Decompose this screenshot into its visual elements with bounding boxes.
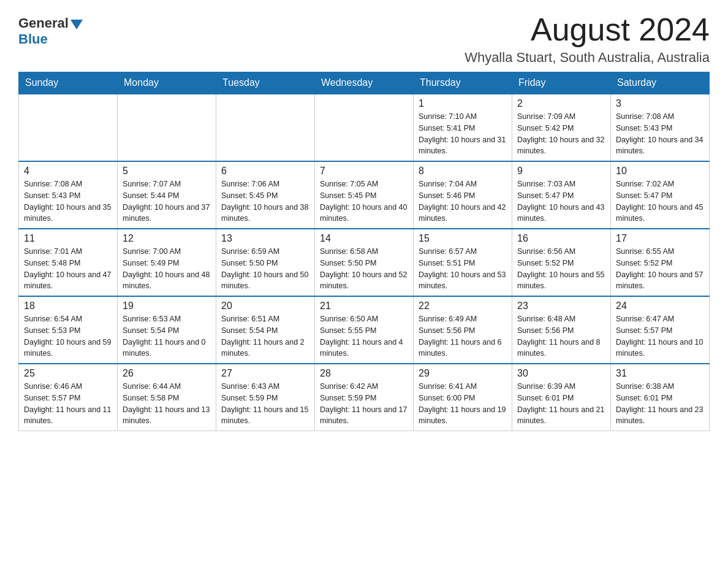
day-number: 4: [24, 166, 112, 177]
day-info: Sunrise: 7:08 AM Sunset: 5:43 PM Dayligh…: [616, 111, 704, 157]
day-info: Sunrise: 6:55 AM Sunset: 5:52 PM Dayligh…: [616, 246, 704, 292]
day-number: 11: [24, 233, 112, 244]
day-number: 5: [123, 166, 211, 177]
calendar-day-cell: 12Sunrise: 7:00 AM Sunset: 5:49 PM Dayli…: [118, 229, 216, 296]
calendar-day-cell: 29Sunrise: 6:41 AM Sunset: 6:00 PM Dayli…: [414, 364, 512, 431]
calendar-day-cell: [216, 94, 315, 161]
day-info: Sunrise: 6:38 AM Sunset: 6:01 PM Dayligh…: [616, 381, 704, 427]
calendar-week-row: 11Sunrise: 7:01 AM Sunset: 5:48 PM Dayli…: [19, 229, 710, 296]
day-info: Sunrise: 7:06 AM Sunset: 5:45 PM Dayligh…: [221, 178, 309, 224]
day-info: Sunrise: 6:46 AM Sunset: 5:57 PM Dayligh…: [24, 381, 112, 427]
day-number: 18: [24, 301, 112, 312]
calendar-day-cell: 14Sunrise: 6:58 AM Sunset: 5:50 PM Dayli…: [315, 229, 414, 296]
calendar-day-cell: 13Sunrise: 6:59 AM Sunset: 5:50 PM Dayli…: [216, 229, 315, 296]
calendar-week-row: 1Sunrise: 7:10 AM Sunset: 5:41 PM Daylig…: [19, 94, 710, 161]
calendar-day-cell: 28Sunrise: 6:42 AM Sunset: 5:59 PM Dayli…: [315, 364, 414, 431]
calendar-week-row: 4Sunrise: 7:08 AM Sunset: 5:43 PM Daylig…: [19, 161, 710, 229]
calendar-day-cell: 18Sunrise: 6:54 AM Sunset: 5:53 PM Dayli…: [19, 296, 118, 364]
day-info: Sunrise: 7:00 AM Sunset: 5:49 PM Dayligh…: [123, 246, 211, 292]
calendar-week-row: 25Sunrise: 6:46 AM Sunset: 5:57 PM Dayli…: [19, 364, 710, 431]
calendar-day-cell: 5Sunrise: 7:07 AM Sunset: 5:44 PM Daylig…: [118, 161, 216, 229]
day-number: 3: [616, 98, 704, 109]
day-number: 19: [123, 301, 211, 312]
logo-general: General: [18, 15, 69, 31]
calendar-day-cell: 23Sunrise: 6:48 AM Sunset: 5:56 PM Dayli…: [512, 296, 611, 364]
logo-arrow-icon: [70, 20, 83, 29]
day-info: Sunrise: 6:47 AM Sunset: 5:57 PM Dayligh…: [616, 313, 704, 359]
day-number: 26: [123, 368, 211, 379]
day-info: Sunrise: 7:10 AM Sunset: 5:41 PM Dayligh…: [419, 111, 507, 157]
calendar-table: SundayMondayTuesdayWednesdayThursdayFrid…: [18, 72, 710, 431]
day-info: Sunrise: 6:53 AM Sunset: 5:54 PM Dayligh…: [123, 313, 211, 359]
calendar-day-cell: 17Sunrise: 6:55 AM Sunset: 5:52 PM Dayli…: [611, 229, 710, 296]
day-number: 21: [320, 301, 408, 312]
calendar-day-header: Monday: [118, 72, 216, 94]
day-number: 25: [24, 368, 112, 379]
month-title: August 2024: [464, 12, 710, 47]
logo-blue: Blue: [18, 31, 48, 47]
calendar-header-row: SundayMondayTuesdayWednesdayThursdayFrid…: [19, 72, 710, 94]
calendar-day-cell: 16Sunrise: 6:56 AM Sunset: 5:52 PM Dayli…: [512, 229, 611, 296]
title-section: August 2024 Whyalla Stuart, South Austra…: [464, 12, 710, 66]
calendar-day-cell: 22Sunrise: 6:49 AM Sunset: 5:56 PM Dayli…: [414, 296, 512, 364]
day-number: 16: [517, 233, 605, 244]
day-info: Sunrise: 7:09 AM Sunset: 5:42 PM Dayligh…: [517, 111, 605, 157]
calendar-day-cell: [315, 94, 414, 161]
day-info: Sunrise: 6:43 AM Sunset: 5:59 PM Dayligh…: [221, 381, 309, 427]
day-info: Sunrise: 6:41 AM Sunset: 6:00 PM Dayligh…: [419, 381, 507, 427]
calendar-day-cell: [19, 94, 118, 161]
day-info: Sunrise: 7:03 AM Sunset: 5:47 PM Dayligh…: [517, 178, 605, 224]
calendar-day-cell: 10Sunrise: 7:02 AM Sunset: 5:47 PM Dayli…: [611, 161, 710, 229]
day-info: Sunrise: 6:44 AM Sunset: 5:58 PM Dayligh…: [123, 381, 211, 427]
calendar-day-cell: 30Sunrise: 6:39 AM Sunset: 6:01 PM Dayli…: [512, 364, 611, 431]
day-info: Sunrise: 6:57 AM Sunset: 5:51 PM Dayligh…: [419, 246, 507, 292]
location-title: Whyalla Stuart, South Australia, Austral…: [464, 50, 710, 66]
calendar-day-cell: 9Sunrise: 7:03 AM Sunset: 5:47 PM Daylig…: [512, 161, 611, 229]
calendar-day-cell: 8Sunrise: 7:04 AM Sunset: 5:46 PM Daylig…: [414, 161, 512, 229]
day-info: Sunrise: 6:58 AM Sunset: 5:50 PM Dayligh…: [320, 246, 408, 292]
calendar-day-cell: 31Sunrise: 6:38 AM Sunset: 6:01 PM Dayli…: [611, 364, 710, 431]
day-number: 30: [517, 368, 605, 379]
day-number: 9: [517, 166, 605, 177]
day-number: 23: [517, 301, 605, 312]
day-info: Sunrise: 6:49 AM Sunset: 5:56 PM Dayligh…: [419, 313, 507, 359]
calendar-day-cell: [118, 94, 216, 161]
calendar-day-cell: 21Sunrise: 6:50 AM Sunset: 5:55 PM Dayli…: [315, 296, 414, 364]
day-number: 24: [616, 301, 704, 312]
day-number: 6: [221, 166, 309, 177]
calendar-day-cell: 19Sunrise: 6:53 AM Sunset: 5:54 PM Dayli…: [118, 296, 216, 364]
day-info: Sunrise: 6:42 AM Sunset: 5:59 PM Dayligh…: [320, 381, 408, 427]
calendar-day-cell: 6Sunrise: 7:06 AM Sunset: 5:45 PM Daylig…: [216, 161, 315, 229]
calendar-day-cell: 20Sunrise: 6:51 AM Sunset: 5:54 PM Dayli…: [216, 296, 315, 364]
day-info: Sunrise: 6:51 AM Sunset: 5:54 PM Dayligh…: [221, 313, 309, 359]
calendar-day-header: Thursday: [414, 72, 512, 94]
day-number: 31: [616, 368, 704, 379]
day-number: 27: [221, 368, 309, 379]
calendar-day-cell: 25Sunrise: 6:46 AM Sunset: 5:57 PM Dayli…: [19, 364, 118, 431]
day-number: 8: [419, 166, 507, 177]
calendar-day-cell: 3Sunrise: 7:08 AM Sunset: 5:43 PM Daylig…: [611, 94, 710, 161]
day-number: 29: [419, 368, 507, 379]
day-number: 13: [221, 233, 309, 244]
day-number: 7: [320, 166, 408, 177]
day-info: Sunrise: 6:39 AM Sunset: 6:01 PM Dayligh…: [517, 381, 605, 427]
calendar-day-header: Friday: [512, 72, 611, 94]
day-number: 14: [320, 233, 408, 244]
calendar-day-header: Tuesday: [216, 72, 315, 94]
day-number: 1: [419, 98, 507, 109]
calendar-day-cell: 15Sunrise: 6:57 AM Sunset: 5:51 PM Dayli…: [414, 229, 512, 296]
calendar-day-cell: 26Sunrise: 6:44 AM Sunset: 5:58 PM Dayli…: [118, 364, 216, 431]
day-number: 17: [616, 233, 704, 244]
day-number: 10: [616, 166, 704, 177]
calendar-day-cell: 27Sunrise: 6:43 AM Sunset: 5:59 PM Dayli…: [216, 364, 315, 431]
day-info: Sunrise: 6:48 AM Sunset: 5:56 PM Dayligh…: [517, 313, 605, 359]
day-info: Sunrise: 6:56 AM Sunset: 5:52 PM Dayligh…: [517, 246, 605, 292]
day-info: Sunrise: 7:08 AM Sunset: 5:43 PM Dayligh…: [24, 178, 112, 224]
page-header: General Blue August 2024 Whyalla Stuart,…: [18, 12, 710, 66]
calendar-day-cell: 24Sunrise: 6:47 AM Sunset: 5:57 PM Dayli…: [611, 296, 710, 364]
day-number: 12: [123, 233, 211, 244]
day-number: 15: [419, 233, 507, 244]
calendar-day-cell: 1Sunrise: 7:10 AM Sunset: 5:41 PM Daylig…: [414, 94, 512, 161]
day-info: Sunrise: 7:04 AM Sunset: 5:46 PM Dayligh…: [419, 178, 507, 224]
calendar-day-header: Sunday: [19, 72, 118, 94]
